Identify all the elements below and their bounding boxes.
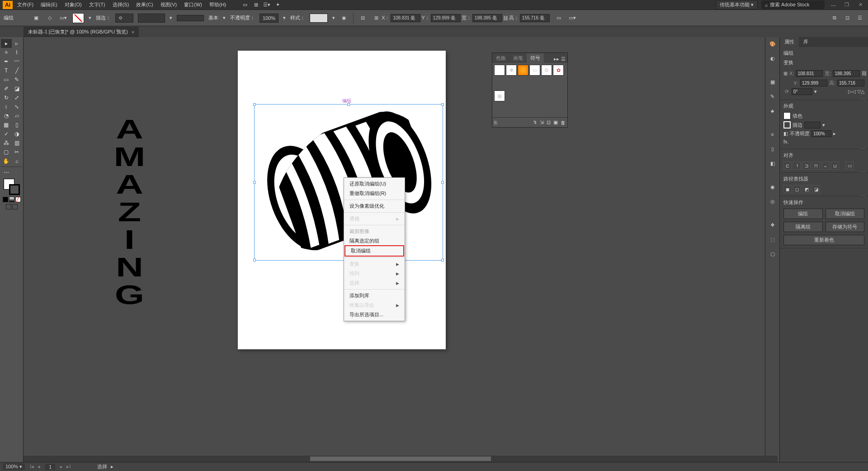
ctx-collect-export[interactable]: 收集以导出▶ (344, 300, 405, 310)
magic-wand-tool[interactable]: ✧ (1, 48, 12, 57)
menu-select[interactable]: 选择(S) (110, 0, 132, 9)
symbol-break-icon[interactable]: ⇲ (540, 119, 544, 125)
style-swatch[interactable] (310, 14, 328, 23)
shape-builder-tool[interactable]: ◔ (1, 111, 12, 120)
stroke-var[interactable] (138, 14, 165, 23)
transform-dd-icon[interactable]: ▭▾ (568, 14, 577, 23)
symbol-item[interactable]: ▭ (529, 65, 540, 76)
graph-tool[interactable]: ▥ (12, 138, 23, 147)
adobe-stock-search[interactable]: ⌕搜索 Adobe Stock (761, 0, 825, 9)
align-right[interactable]: ⊐ (802, 162, 811, 170)
document-tab[interactable]: 未标题-1 [已恢复]* @ 100% (RGB/GPU 预览) × (24, 27, 139, 37)
symbol-spray-tool[interactable]: ⁂ (1, 138, 12, 147)
blend-tool[interactable]: ◑ (12, 129, 23, 138)
brush-tool[interactable]: ✎ (12, 75, 23, 84)
stroke-weight[interactable]: ≎ (115, 14, 133, 23)
h-input[interactable]: 155.716 毫 (520, 14, 550, 22)
ref-point-grid[interactable]: ⊞ (783, 69, 788, 78)
color-guide-icon[interactable]: ◐ (768, 53, 778, 63)
panel-collapse-icon[interactable]: ▸▸ (554, 56, 559, 62)
pen-tool[interactable]: ✒ (1, 57, 12, 66)
brush-style[interactable]: 基本 (208, 14, 218, 21)
ctx-transform[interactable]: 变换▶ (344, 259, 405, 269)
swatches-icon[interactable]: ▦ (768, 77, 778, 87)
symbol-item[interactable] (518, 65, 528, 76)
edit-icon[interactable]: ⊡ (843, 14, 852, 23)
btn-save-symbol[interactable]: 存储为符号 (826, 222, 865, 232)
fill-color-icon[interactable] (783, 112, 791, 119)
symbol-delete-icon[interactable]: 🗑 (561, 120, 566, 125)
fill-swatch[interactable] (72, 13, 84, 23)
artboard-navigation[interactable]: I◂◂ (28, 464, 42, 470)
fx-label[interactable]: fx. (783, 139, 789, 144)
recolor-icon[interactable]: ◉ (340, 14, 349, 23)
menu-object[interactable]: 对象(O) (62, 0, 85, 9)
stroke-panel-icon[interactable]: ≡ (768, 129, 778, 139)
link-wh-icon[interactable]: ⛓ (862, 71, 867, 76)
pf-unite[interactable]: ◼ (783, 185, 792, 193)
slice-tool[interactable]: ✂ (12, 147, 23, 157)
menu-file[interactable]: 文件(F) (14, 0, 36, 9)
ctx-undo-ungroup[interactable]: 还原取消编组(U) (344, 179, 405, 189)
btn-ungroup[interactable]: 取消编组 (826, 209, 865, 219)
link-wh-icon[interactable]: ⛓ (503, 15, 508, 21)
workspace-switcher[interactable]: 传统基本功能 ▾ (716, 0, 758, 10)
ref-point-icon[interactable]: ⊞ (372, 14, 381, 23)
curvature-tool[interactable]: 〰 (12, 57, 23, 66)
artboards-icon[interactable]: ▢ (768, 249, 778, 259)
bbox-icon[interactable]: ◇ (45, 14, 54, 23)
flip-v-icon[interactable]: ▽△ (857, 89, 864, 95)
hand-tool[interactable]: ✋ (1, 157, 12, 166)
x-input[interactable]: 108.831 毫 (391, 14, 420, 22)
perspective-tool[interactable]: ▱ (12, 111, 23, 120)
symbol-item[interactable]: ⚙ (541, 65, 552, 76)
layout-icon[interactable]: ▭ (241, 0, 250, 10)
anchor-icon[interactable]: ▣ (32, 14, 41, 23)
mesh-tool[interactable]: ▦ (1, 120, 12, 129)
symbol-lib-icon[interactable]: ⎘ (494, 120, 497, 125)
artboard-navigation[interactable]: ▸▸I (59, 464, 72, 470)
ctx-arrange[interactable]: 排列▶ (344, 269, 405, 278)
ctx-export-selection[interactable]: 导出所选项目... (344, 310, 405, 319)
gradient-tool[interactable]: ▯ (12, 120, 23, 129)
pf-more-icon[interactable]: ⋯ (860, 193, 865, 199)
lasso-tool[interactable]: ⌇ (12, 48, 23, 57)
align-vcenter[interactable]: ⫠ (821, 162, 830, 170)
menu-window[interactable]: 窗口(W) (181, 0, 205, 9)
horizontal-scrollbar[interactable] (24, 456, 778, 462)
appearance-icon[interactable]: ◉ (768, 182, 778, 192)
rectangle-tool[interactable]: ▭ (1, 75, 12, 84)
symbol-new-icon[interactable]: ▣ (553, 119, 558, 125)
stroke-profile[interactable] (177, 15, 204, 21)
panel-menu-icon[interactable]: ☰ (561, 56, 566, 62)
flip-h-icon[interactable]: ▷◁ (848, 89, 855, 95)
btn-group[interactable]: 编组 (783, 209, 823, 219)
eyedropper-tool[interactable]: ✓ (1, 129, 12, 138)
canvas[interactable]: AMAZING (24, 37, 765, 462)
symbol-place-icon[interactable]: ↯ (533, 119, 537, 125)
align-hcenter[interactable]: ⫲ (793, 162, 801, 170)
tab-symbols[interactable]: 符号 (527, 53, 544, 63)
line-tool[interactable]: ╱ (12, 66, 23, 75)
window-close[interactable]: ✕ (855, 2, 865, 8)
menu-edit[interactable]: 编辑(E) (38, 0, 60, 9)
prop-h[interactable] (837, 80, 864, 86)
fill-stroke-control[interactable] (4, 179, 20, 195)
pf-exclude[interactable]: ◪ (812, 185, 820, 193)
direct-select-tool[interactable]: ▹ (12, 39, 23, 48)
symbol-item[interactable]: ✿ (553, 65, 564, 76)
pf-intersect[interactable]: ◩ (802, 185, 811, 193)
isolate-icon[interactable]: ⧉ (830, 14, 839, 23)
tab-properties[interactable]: 属性 (780, 37, 799, 47)
close-tab-icon[interactable]: × (132, 29, 134, 35)
symbol-item[interactable]: ✱ (506, 65, 517, 76)
gpu-icon[interactable]: ✦ (273, 0, 282, 10)
tab-swatches[interactable]: 色板 (492, 53, 509, 63)
align-dd-icon[interactable]: ▭▾ (59, 14, 68, 23)
status-dd-icon[interactable]: ▸ (111, 464, 113, 470)
shaper-tool[interactable]: ✐ (1, 84, 12, 93)
free-transform-tool[interactable]: ⤡ (12, 102, 23, 111)
toolbox-toggle[interactable]: ⋯ (1, 168, 12, 177)
prop-w[interactable] (833, 70, 860, 77)
menu-effect[interactable]: 效果(C) (133, 0, 156, 9)
